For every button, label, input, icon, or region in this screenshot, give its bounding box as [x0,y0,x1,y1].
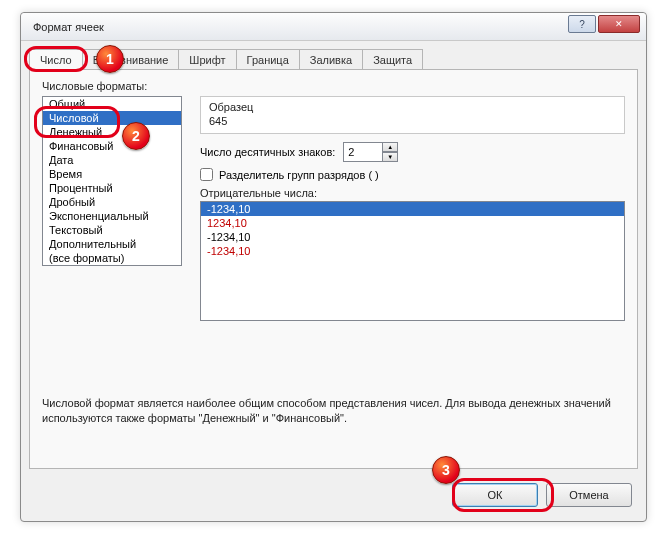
tab-font[interactable]: Шрифт [178,49,236,70]
list-item[interactable]: Числовой [43,111,181,125]
list-item[interactable]: Дробный [43,195,181,209]
decimals-spinner: ▲ ▼ [343,142,398,162]
sample-box: Образец 645 [200,96,625,134]
tab-protection[interactable]: Защита [362,49,423,70]
list-item[interactable]: 1234,10 [201,216,624,230]
list-item[interactable]: -1234,10 [201,230,624,244]
separator-label: Разделитель групп разрядов ( ) [219,169,379,181]
decimals-label: Число десятичных знаков: [200,146,335,158]
close-button[interactable] [598,15,640,33]
list-item[interactable]: -1234,10 [201,202,624,216]
format-cells-dialog: Формат ячеек Число Выравнивание Шрифт Гр… [20,12,647,522]
annotation-badge-1: 1 [96,45,124,73]
negative-numbers-list[interactable]: -1234,10 1234,10 -1234,10 -1234,10 [200,201,625,321]
list-item[interactable]: Денежный [43,125,181,139]
list-item[interactable]: Процентный [43,181,181,195]
decimals-input[interactable] [343,142,383,162]
list-item[interactable]: Дата [43,153,181,167]
tab-panel-number: Числовые форматы: Общий Числовой Денежны… [29,69,638,469]
negatives-label: Отрицательные числа: [200,187,625,199]
list-item[interactable]: Общий [43,97,181,111]
annotation-badge-3: 3 [432,456,460,484]
window-buttons [568,15,640,33]
thousands-separator-checkbox[interactable] [200,168,213,181]
list-item[interactable]: Время [43,167,181,181]
cancel-button[interactable]: Отмена [546,483,632,507]
annotation-badge-2: 2 [122,122,150,150]
list-item[interactable]: Экспоненциальный [43,209,181,223]
list-item[interactable]: -1234,10 [201,244,624,258]
list-item[interactable]: Дополнительный [43,237,181,251]
list-item[interactable]: Текстовый [43,223,181,237]
decimals-down-button[interactable]: ▼ [382,152,398,162]
window-title: Формат ячеек [33,21,104,33]
tab-border[interactable]: Граница [236,49,300,70]
help-button[interactable] [568,15,596,33]
ok-button[interactable]: ОК [452,483,538,507]
dialog-footer: ОК Отмена [452,483,632,507]
sample-label: Образец [209,101,616,113]
formats-label: Числовые форматы: [42,80,625,92]
list-item[interactable]: (все форматы) [43,251,181,265]
decimals-up-button[interactable]: ▲ [382,142,398,152]
tab-number[interactable]: Число [29,49,83,70]
tab-fill[interactable]: Заливка [299,49,363,70]
list-item[interactable]: Финансовый [43,139,181,153]
format-options: Образец 645 Число десятичных знаков: ▲ ▼ [200,96,625,321]
format-description: Числовой формат является наиболее общим … [42,396,625,426]
sample-value: 645 [209,115,616,127]
number-formats-list[interactable]: Общий Числовой Денежный Финансовый Дата … [42,96,182,266]
titlebar[interactable]: Формат ячеек [21,13,646,41]
